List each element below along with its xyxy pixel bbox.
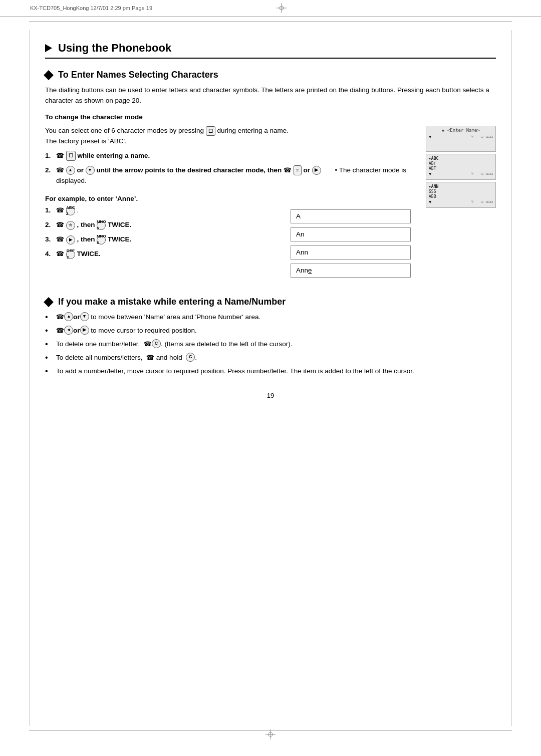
mode-button-icon: ☐ [206, 126, 215, 136]
page-container: KX-TCD705_HongKong 12/7/01 2:29 pm Page … [0, 0, 541, 756]
left-btn-b2: ◄ [64, 326, 73, 335]
entry-boxes-col: A An Ann Anne [291, 209, 416, 282]
down-btn-icon: ▾ [86, 166, 95, 175]
lcd-screens-side: ▪ <Enter Name> ▼ ☟ ☐ ☐☐☐ ►ABC ABΓ [426, 126, 496, 210]
phone-icon-ex3: ☎ [56, 234, 64, 244]
clear-btn-b3: C [152, 339, 161, 348]
entry-box-4: Anne [291, 264, 411, 278]
def3-btn: DEF3 [66, 250, 75, 259]
lcd-1-row1: ▼ ☟ ☐ ☐☐☐ [429, 134, 493, 139]
example-numbered-list: 1. ☎ ABC2 . 2. ☎ [45, 205, 276, 260]
up-btn-b1: ▴ [64, 312, 73, 321]
header-bar: KX-TCD705_HongKong 12/7/01 2:29 pm Page … [0, 0, 541, 17]
up-btn-icon: ▴ [66, 166, 75, 175]
section-heading: Using the Phonebook [58, 42, 171, 55]
lcd-3-row2: SSS [429, 189, 493, 194]
entry-box-3: Ann [291, 245, 411, 260]
phone-icon-1: ☎ [56, 151, 64, 161]
entry-box-4-cursor-char: e [308, 267, 312, 274]
phonebook-btn-icon: ☐ [66, 151, 76, 161]
lcd-screen-1: ▪ <Enter Name> ▼ ☟ ☐ ☐☐☐ [426, 126, 496, 152]
star-btn: ☆ [66, 221, 75, 230]
mistake-bullet-5: To add a number/letter, move cursor to r… [45, 366, 496, 377]
intro-text: The dialling buttons can be used to ente… [45, 85, 496, 106]
ex-step-4: 4. ☎ DEF3 TWICE. [45, 249, 276, 260]
example-steps-section: 1. ☎ ABC2 . 2. ☎ [45, 205, 416, 282]
char-mode-section: You can select one of 6 character modes … [45, 126, 496, 282]
char-mode-steps: You can select one of 6 character modes … [45, 126, 416, 282]
lcd-3-row3: ABB [429, 194, 493, 199]
diamond-icon [44, 70, 54, 80]
header-text: KX-TCD705_HongKong 12/7/01 2:29 pm Page … [30, 5, 152, 11]
or-text-1: or [77, 166, 86, 174]
right-nav-btn: ▶ [66, 235, 75, 244]
lcd-screen-3: ►ANN SSS ABB ▼ ☟ ☐ ☐☐☐ [426, 182, 496, 208]
lcd-2-row3: ABT [429, 166, 493, 171]
entry-box-1-text: A [296, 212, 301, 220]
or-text-2: or [304, 166, 312, 174]
mno6-btn2: MNO6 [97, 235, 106, 244]
mno6-btn: MNO6 [97, 221, 106, 230]
subsection2-title: If you make a mistake while entering a N… [45, 297, 496, 307]
char-step-1-text: while entering a name. [78, 152, 150, 159]
phone-icon-b3: ☎ [144, 339, 152, 349]
char-step-1: 1. ☎ ☐ while entering a name. [45, 151, 416, 161]
char-mode-text: You can select one of 6 character modes … [45, 126, 416, 147]
ex-step-2-then: , then [77, 221, 97, 228]
lcd-1-title: ▪ <Enter Name> [429, 128, 493, 133]
menu-btn-icon: ≡ [294, 165, 302, 175]
ex-step-2: 2. ☎ ☆ , then MNO6 TWICE. [45, 220, 276, 230]
ex-step-1: 1. ☎ ABC2 . [45, 205, 276, 216]
phone-icon-ex1: ☎ [56, 205, 64, 215]
right-btn-b2: ▶ [80, 326, 89, 335]
example-steps-col: 1. ☎ ABC2 . 2. ☎ [45, 205, 276, 264]
char-step-2-text: until the arrow points to the desired ch… [97, 166, 284, 174]
header-crosshair-icon [277, 3, 287, 13]
entry-box-1: A [291, 209, 411, 223]
ex-step-1-text: . [77, 206, 79, 214]
lcd-2-row2: ABΓ [429, 161, 493, 166]
phone-icon-3: ☎ [284, 165, 292, 175]
ex-step-4-twice: TWICE. [77, 250, 101, 258]
subsection2-heading: If you make a mistake while entering a N… [58, 297, 286, 307]
phone-icon-b4: ☎ [146, 353, 154, 363]
ex-step-3-twice: TWICE. [108, 235, 131, 243]
abc2-btn: ABC2 [66, 206, 75, 215]
subsection1-title: To Enter Names Selecting Characters [45, 70, 496, 80]
content-area: Using the Phonebook To Enter Names Selec… [0, 17, 541, 429]
char-mode-numbered-list: 1. ☎ ☐ while entering a name. 2. ☎ ▴ or [45, 151, 416, 186]
clear-btn-b4: C [186, 353, 195, 362]
arrow-icon [45, 44, 52, 52]
mistake-bullet-list: ☎ ▴ or ▾ to move between 'Name' area and… [45, 312, 496, 377]
phone-icon-b1: ☎ [56, 312, 64, 322]
lcd-3-row1: ►ANN [429, 184, 493, 189]
entry-box-3-text: Ann [296, 248, 308, 256]
lcd-2-row4: ▼ ☟ ☐ ☐☐☐ [429, 171, 493, 176]
phone-icon-ex2: ☎ [56, 220, 64, 230]
phone-icon-ex4: ☎ [56, 249, 64, 259]
entry-box-4-text: Ann [296, 267, 308, 274]
char-step-2: 2. ☎ ▴ or ▾ until the arrow points to th… [45, 165, 416, 186]
bottom-crosshair [265, 729, 276, 741]
example-label: For example, to enter ‘Anne’. [45, 195, 416, 202]
entry-box-2: An [291, 227, 411, 241]
lcd-3-row4: ▼ ☟ ☐ ☐☐☐ [429, 199, 493, 204]
ex-step-3: 3. ☎ ▶ , then MNO6 TWICE. [45, 234, 276, 245]
mistake-bullet-2: ☎ ◄ or ▶ to move cursor to required posi… [45, 326, 496, 336]
char-mode-label: To change the character mode [45, 113, 496, 121]
diamond-icon-2 [44, 297, 54, 307]
ex-step-2-twice: TWICE. [108, 221, 131, 228]
subsection1-heading: To Enter Names Selecting Characters [58, 70, 218, 80]
page-number: 19 [45, 392, 496, 399]
phone-icon-2: ☎ [56, 165, 64, 175]
mistake-bullet-4: To delete all numbers/letters, ☎ and hol… [45, 353, 496, 363]
mistake-bullet-3: To delete one number/letter, ☎ C . (Item… [45, 339, 496, 350]
ex-step-3-then: , then [77, 235, 97, 243]
down-btn-b1: ▾ [80, 312, 89, 321]
entry-box-2-text: An [296, 230, 305, 238]
mistake-bullet-1: ☎ ▴ or ▾ to move between 'Name' area and… [45, 312, 496, 323]
bottom-crosshair-icon [265, 729, 276, 739]
lcd-screen-2: ►ABC ABΓ ABT ▼ ☟ ☐ ☐☐☐ [426, 154, 496, 180]
section-title: Using the Phonebook [45, 42, 496, 59]
lcd-2-row1: ►ABC [429, 156, 493, 161]
